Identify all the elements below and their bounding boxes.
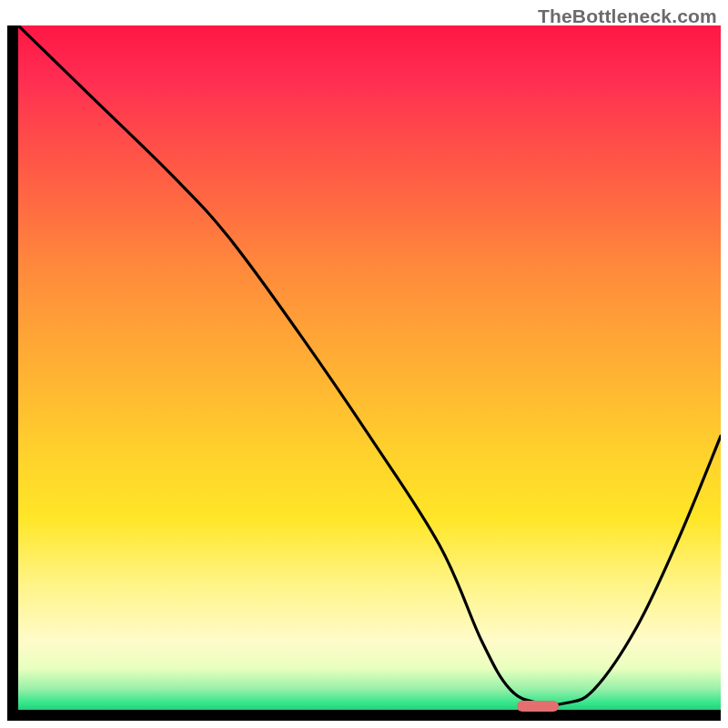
bottleneck-curve: [18, 25, 721, 710]
watermark-text: TheBottleneck.com: [538, 5, 717, 27]
optimum-marker: [517, 701, 559, 712]
chart-frame: [7, 25, 721, 721]
chart-plot-area: [18, 25, 721, 710]
